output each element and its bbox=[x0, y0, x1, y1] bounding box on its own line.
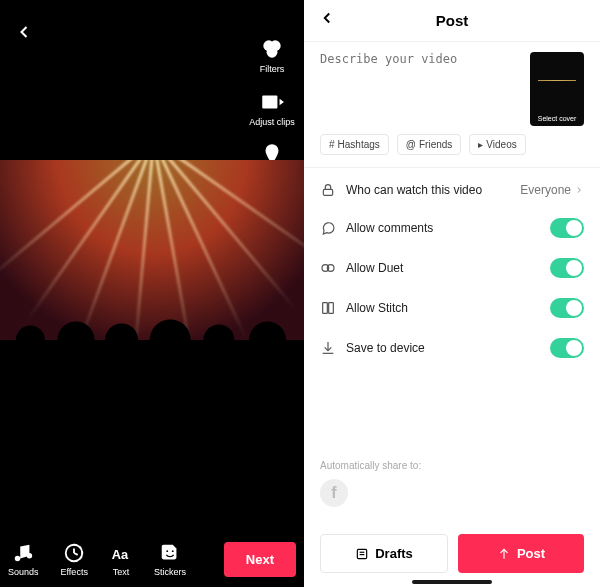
duet-row: Allow Duet bbox=[320, 248, 584, 288]
privacy-row[interactable]: Who can watch this video Everyone bbox=[320, 172, 584, 208]
chevron-left-icon bbox=[318, 9, 336, 27]
effects-button[interactable]: Effects bbox=[61, 542, 88, 577]
sounds-button[interactable]: Sounds bbox=[8, 542, 39, 577]
svg-marker-4 bbox=[280, 99, 284, 106]
play-icon: ▸ bbox=[478, 139, 483, 150]
home-indicator bbox=[412, 580, 492, 584]
stitch-toggle[interactable] bbox=[550, 298, 584, 318]
adjust-clips-label: Adjust clips bbox=[249, 118, 295, 128]
videos-chip-label: Videos bbox=[486, 139, 516, 150]
stickers-label: Stickers bbox=[154, 567, 186, 577]
filters-button[interactable]: Filters bbox=[259, 36, 285, 75]
svg-point-17 bbox=[166, 550, 168, 552]
post-button[interactable]: Post bbox=[458, 534, 584, 573]
privacy-value: Everyone bbox=[520, 183, 571, 197]
description-input[interactable] bbox=[320, 52, 520, 116]
svg-rect-19 bbox=[323, 189, 332, 195]
post-header: Post bbox=[304, 0, 600, 42]
back-button[interactable] bbox=[14, 22, 34, 48]
filters-label: Filters bbox=[260, 65, 285, 75]
svg-line-15 bbox=[74, 553, 78, 555]
comments-toggle[interactable] bbox=[550, 218, 584, 238]
share-section: Automatically share to: f bbox=[320, 460, 421, 507]
stitch-row: Allow Stitch bbox=[320, 288, 584, 328]
stitch-label: Allow Stitch bbox=[346, 301, 408, 315]
save-label: Save to device bbox=[346, 341, 425, 355]
comment-icon bbox=[320, 220, 336, 236]
share-facebook-button[interactable]: f bbox=[320, 479, 348, 507]
adjust-clips-button[interactable]: Adjust clips bbox=[249, 89, 295, 128]
effects-label: Effects bbox=[61, 567, 88, 577]
editor-bottom-bar: Sounds Effects Aa Text Stickers Next bbox=[0, 542, 304, 577]
svg-rect-3 bbox=[262, 95, 277, 108]
sounds-label: Sounds bbox=[8, 567, 39, 577]
drafts-button[interactable]: Drafts bbox=[320, 534, 448, 573]
filters-icon bbox=[259, 36, 285, 62]
friends-chip[interactable]: @Friends bbox=[397, 134, 462, 155]
stickers-button[interactable]: Stickers bbox=[154, 542, 186, 577]
duet-toggle[interactable] bbox=[550, 258, 584, 278]
settings-list: Who can watch this video Everyone Allow … bbox=[304, 168, 600, 372]
mention-icon: @ bbox=[406, 139, 416, 150]
comments-row: Allow comments bbox=[320, 208, 584, 248]
post-button-label: Post bbox=[517, 546, 545, 561]
hashtags-chip[interactable]: #Hashtags bbox=[320, 134, 389, 155]
text-label: Text bbox=[113, 567, 130, 577]
save-row: Save to device bbox=[320, 328, 584, 368]
video-preview[interactable] bbox=[0, 160, 304, 340]
videos-chip[interactable]: ▸Videos bbox=[469, 134, 525, 155]
post-back-button[interactable] bbox=[318, 9, 336, 32]
chevron-right-icon bbox=[574, 185, 584, 195]
effects-icon bbox=[63, 542, 85, 564]
drafts-label: Drafts bbox=[375, 546, 413, 561]
adjust-clips-icon bbox=[259, 89, 285, 115]
post-icon bbox=[497, 547, 511, 561]
post-title: Post bbox=[436, 12, 469, 29]
duet-label: Allow Duet bbox=[346, 261, 403, 275]
text-button[interactable]: Aa Text bbox=[110, 542, 132, 577]
sounds-icon bbox=[12, 542, 34, 564]
stitch-icon bbox=[320, 300, 336, 316]
facebook-icon: f bbox=[331, 484, 336, 502]
svg-text:Aa: Aa bbox=[112, 547, 129, 562]
select-cover-button[interactable]: Select cover bbox=[530, 52, 584, 126]
save-toggle[interactable] bbox=[550, 338, 584, 358]
privacy-label: Who can watch this video bbox=[346, 183, 482, 197]
comments-label: Allow comments bbox=[346, 221, 433, 235]
svg-point-12 bbox=[27, 553, 32, 559]
hashtags-chip-label: Hashtags bbox=[338, 139, 380, 150]
svg-rect-22 bbox=[323, 303, 328, 314]
drafts-icon bbox=[355, 547, 369, 561]
next-button[interactable]: Next bbox=[224, 542, 296, 577]
post-footer: Drafts Post bbox=[320, 534, 584, 573]
hash-icon: # bbox=[329, 139, 335, 150]
post-screen: Post Select cover #Hashtags @Friends ▸Vi… bbox=[304, 0, 600, 587]
text-icon: Aa bbox=[110, 542, 132, 564]
friends-chip-label: Friends bbox=[419, 139, 452, 150]
video-editor-screen: Filters Adjust clips Voice effects Voice… bbox=[0, 0, 304, 587]
select-cover-label: Select cover bbox=[538, 115, 577, 122]
stickers-icon bbox=[159, 542, 181, 564]
download-icon bbox=[320, 340, 336, 356]
svg-point-2 bbox=[267, 47, 278, 58]
duet-icon bbox=[320, 260, 336, 276]
lock-icon bbox=[320, 182, 336, 198]
svg-rect-23 bbox=[329, 303, 334, 314]
share-label: Automatically share to: bbox=[320, 460, 421, 471]
chevron-left-icon bbox=[14, 22, 34, 42]
svg-point-18 bbox=[172, 550, 174, 552]
chip-row: #Hashtags @Friends ▸Videos bbox=[304, 126, 600, 168]
